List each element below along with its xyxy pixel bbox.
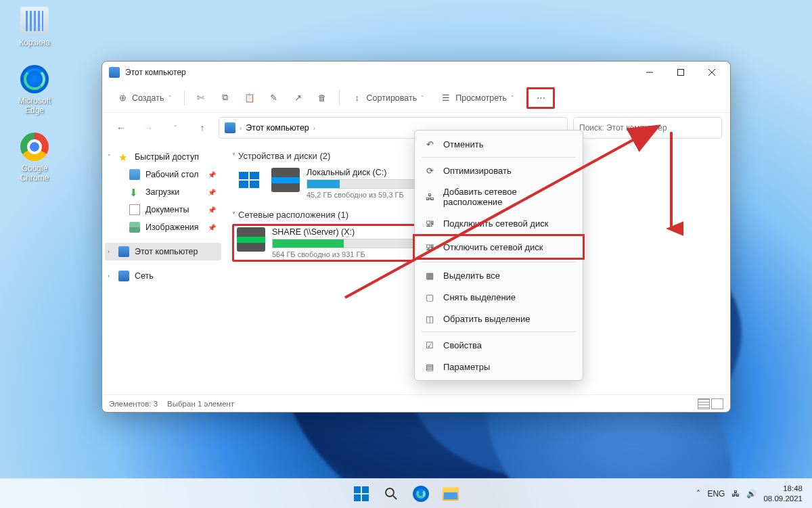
view-button[interactable]: ☰ Просмотреть ˅ bbox=[434, 89, 521, 108]
recycle-bin-icon bbox=[20, 7, 49, 35]
optimize-icon: ⟳ bbox=[424, 165, 435, 176]
select-all-icon: ▦ bbox=[424, 270, 435, 281]
drive-windows[interactable] bbox=[232, 165, 266, 202]
menu-label: Отменить bbox=[443, 139, 483, 149]
sort-button[interactable]: ↕ Сортировать ˅ bbox=[345, 89, 432, 108]
invert-icon: ◫ bbox=[424, 313, 435, 324]
up-folder-button[interactable]: ↑ bbox=[191, 117, 213, 139]
toolbar-label: Просмотреть bbox=[455, 93, 507, 103]
menu-disconnect-network-drive[interactable]: 🖳 Отключить сетевой диск bbox=[413, 234, 585, 260]
minimize-button[interactable] bbox=[634, 62, 665, 83]
menu-properties[interactable]: ☑ Свойства bbox=[415, 334, 583, 356]
sidebar-item-downloads[interactable]: ⬇ Загрузки 📌 bbox=[105, 183, 221, 201]
tray-volume-icon[interactable]: 🔊 bbox=[746, 489, 757, 499]
menu-label: Выделить все bbox=[443, 271, 500, 281]
share-button[interactable]: ↗ bbox=[288, 89, 309, 108]
taskbar-explorer[interactable] bbox=[437, 480, 464, 507]
group-label: Сетевые расположения (1) bbox=[238, 210, 348, 220]
sidebar-item-quick-access[interactable]: ˅ ★ Быстрый доступ bbox=[105, 148, 221, 166]
cut-button[interactable]: ✄ bbox=[190, 89, 212, 108]
menu-map-network-drive[interactable]: 🖳 Подключить сетевой диск bbox=[415, 212, 583, 234]
toolbar-label: Создать bbox=[132, 93, 164, 103]
close-button[interactable] bbox=[696, 62, 727, 83]
folder-icon bbox=[443, 487, 459, 501]
network-location-icon: 🖧 bbox=[424, 191, 435, 202]
desktop-icon-label: Microsoft Edge bbox=[11, 96, 58, 115]
deselect-icon: ▢ bbox=[424, 292, 435, 302]
menu-optimize[interactable]: ⟳ Оптимизировать bbox=[415, 160, 583, 181]
titlebar[interactable]: Этот компьютер bbox=[102, 62, 730, 83]
start-button[interactable] bbox=[348, 480, 375, 507]
status-count: Элементов: 3 bbox=[109, 400, 158, 408]
edge-icon bbox=[20, 65, 49, 93]
sidebar-item-documents[interactable]: Документы 📌 bbox=[105, 201, 221, 218]
desktop-icon-edge[interactable]: Microsoft Edge bbox=[11, 65, 58, 115]
sidebar-item-this-pc[interactable]: › Этот компьютер bbox=[105, 243, 221, 260]
sidebar-label: Загрузки bbox=[145, 187, 179, 197]
menu-label: Добавить сетевое расположение bbox=[443, 187, 573, 207]
rename-icon: ✎ bbox=[269, 93, 279, 103]
menu-select-all[interactable]: ▦ Выделить все bbox=[415, 264, 583, 286]
pin-icon: 📌 bbox=[208, 171, 216, 179]
sidebar-item-desktop[interactable]: Рабочий стол 📌 bbox=[105, 166, 221, 183]
menu-options[interactable]: ▤ Параметры bbox=[415, 356, 583, 377]
share-icon: ↗ bbox=[293, 93, 304, 103]
sidebar: ˅ ★ Быстрый доступ Рабочий стол 📌 ⬇ Загр… bbox=[102, 143, 224, 394]
sidebar-label: Документы bbox=[145, 205, 189, 214]
more-menu: ↶ Отменить ⟳ Оптимизировать 🖧 Добавить с… bbox=[414, 130, 583, 381]
toolbar: ⊕ Создать ˅ ✄ ⧉ 📋 ✎ ↗ 🗑 ↕ Сортировать ˅ … bbox=[102, 83, 730, 113]
disconnect-drive-icon: 🖳 bbox=[424, 241, 435, 252]
taskbar-search[interactable] bbox=[378, 480, 405, 507]
maximize-button[interactable] bbox=[665, 62, 696, 83]
hdd-icon bbox=[271, 168, 300, 192]
menu-undo[interactable]: ↶ Отменить bbox=[415, 133, 583, 155]
tray-chevron-icon[interactable]: ˄ bbox=[696, 489, 700, 499]
up-button[interactable]: ˅ bbox=[164, 117, 186, 139]
undo-icon: ↶ bbox=[424, 139, 435, 149]
tray-clock[interactable]: 18:48 08.09.2021 bbox=[763, 484, 803, 504]
sidebar-label: Рабочий стол bbox=[145, 170, 198, 179]
pictures-icon bbox=[129, 222, 140, 233]
delete-button[interactable]: 🗑 bbox=[312, 89, 334, 108]
view-list-button[interactable] bbox=[698, 398, 710, 409]
pin-icon: 📌 bbox=[208, 224, 216, 231]
star-icon: ★ bbox=[118, 152, 129, 162]
taskbar-edge[interactable] bbox=[407, 480, 434, 507]
sidebar-item-network[interactable]: › Сеть bbox=[105, 267, 221, 285]
sidebar-item-pictures[interactable]: Изображения 📌 bbox=[105, 218, 221, 236]
menu-label: Подключить сетевой диск bbox=[443, 218, 548, 229]
clock-time: 18:48 bbox=[763, 484, 803, 494]
window-title: Этот компьютер bbox=[125, 68, 186, 77]
menu-deselect[interactable]: ▢ Снять выделение bbox=[415, 286, 583, 308]
properties-icon: ☑ bbox=[424, 340, 435, 350]
breadcrumb[interactable]: Этот компьютер bbox=[246, 123, 309, 133]
forward-button[interactable]: → bbox=[137, 117, 159, 139]
document-icon bbox=[129, 204, 140, 215]
desktop-icon-recycle-bin[interactable]: Корзина bbox=[11, 7, 58, 47]
status-selected: Выбран 1 элемент bbox=[167, 400, 234, 408]
back-button[interactable]: ← bbox=[110, 117, 132, 139]
clock-date: 08.09.2021 bbox=[763, 494, 803, 504]
search-input[interactable] bbox=[573, 117, 722, 139]
sort-icon: ↕ bbox=[352, 93, 363, 103]
more-button[interactable]: ⋯ bbox=[526, 87, 555, 109]
desktop-icon-label: Корзина bbox=[11, 38, 58, 47]
sidebar-label: Изображения bbox=[145, 223, 199, 232]
copy-button[interactable]: ⧉ bbox=[215, 89, 236, 108]
view-grid-button[interactable] bbox=[711, 398, 723, 409]
rename-button[interactable]: ✎ bbox=[263, 89, 285, 108]
menu-add-network-location[interactable]: 🖧 Добавить сетевое расположение bbox=[415, 181, 583, 212]
create-button[interactable]: ⊕ Создать ˅ bbox=[110, 89, 179, 108]
windows-icon bbox=[235, 168, 263, 192]
menu-invert-selection[interactable]: ◫ Обратить выделение bbox=[415, 308, 583, 329]
scissors-icon: ✄ bbox=[196, 93, 206, 103]
tray-language[interactable]: ENG bbox=[707, 489, 725, 499]
trash-icon: 🗑 bbox=[317, 93, 328, 103]
paste-button[interactable]: 📋 bbox=[239, 89, 261, 108]
tray-network-icon[interactable]: 🖧 bbox=[731, 489, 740, 499]
menu-label: Обратить выделение bbox=[443, 314, 530, 324]
plus-circle-icon: ⊕ bbox=[117, 93, 128, 103]
sidebar-label: Сеть bbox=[135, 271, 154, 281]
desktop-icon-chrome[interactable]: Google Chrome bbox=[11, 133, 58, 183]
taskbar: ˄ ENG 🖧 🔊 18:48 08.09.2021 bbox=[0, 478, 812, 508]
